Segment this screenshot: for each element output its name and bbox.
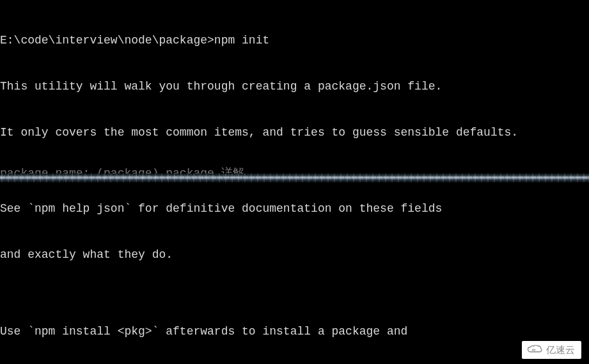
- output-line: Use `npm install <pkg>` afterwards to in…: [0, 324, 589, 340]
- output-line: It only covers the most common items, an…: [0, 125, 589, 141]
- output-line: See `npm help json` for definitive docum…: [0, 202, 589, 217]
- watermark-badge: 亿速云: [522, 341, 581, 359]
- watermark-text: 亿速云: [546, 344, 575, 356]
- command-text: npm init: [214, 34, 269, 47]
- video-distortion-artifact: [0, 173, 589, 182]
- prompt-path: E:\code\interview\node\package>: [0, 34, 214, 47]
- cloud-infinity-icon: [527, 344, 542, 356]
- prompt-line: E:\code\interview\node\package>npm init: [0, 33, 589, 49]
- output-line: and exactly what they do.: [0, 248, 589, 263]
- output-line: This utility will walk you through creat…: [0, 79, 589, 95]
